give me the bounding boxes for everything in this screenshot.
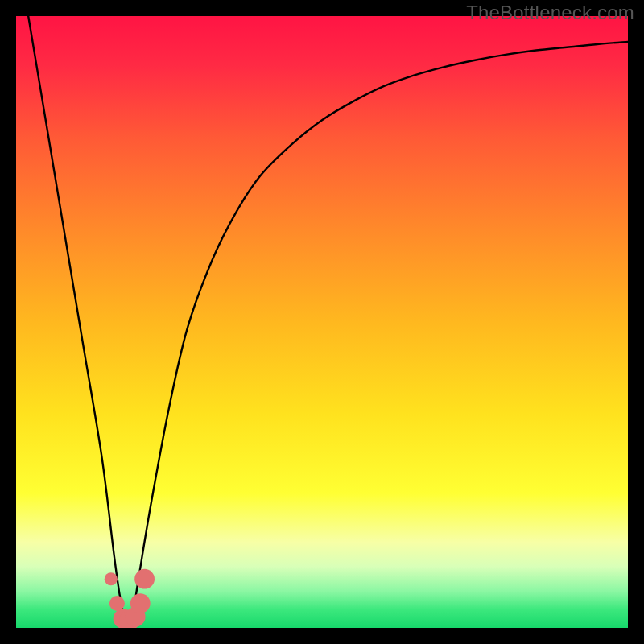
marker-dot	[109, 596, 125, 611]
gradient-plot-area	[16, 16, 628, 628]
watermark-text: TheBottleneck.com	[466, 2, 634, 24]
marker-dot	[130, 593, 151, 613]
marker-dot	[105, 572, 118, 585]
marker-dot	[134, 569, 155, 589]
bottleneck-chart	[0, 0, 644, 644]
chart-frame: TheBottleneck.com	[0, 0, 644, 644]
